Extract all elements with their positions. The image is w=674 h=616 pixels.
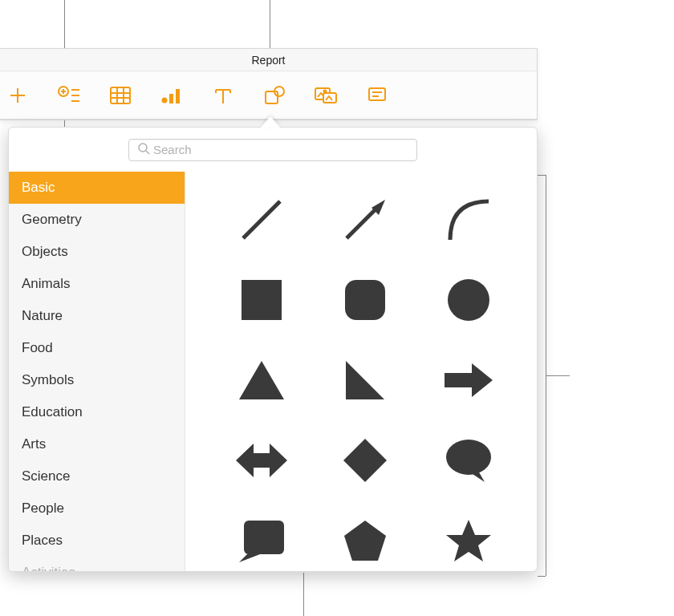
media-button[interactable]	[311, 81, 340, 110]
callout-line	[538, 576, 546, 577]
shape-button[interactable]	[260, 81, 289, 110]
toolbar	[0, 71, 537, 120]
shape-callout-square[interactable]	[209, 500, 313, 571]
sidebar-item-geometry[interactable]: Geometry	[9, 204, 185, 236]
svg-line-30	[243, 201, 280, 238]
search-input[interactable]	[128, 139, 417, 161]
shape-arrow-line[interactable]	[313, 180, 416, 260]
comment-icon	[367, 86, 388, 105]
search-wrap	[9, 128, 537, 172]
add-section-button[interactable]	[55, 81, 83, 110]
svg-marker-46	[446, 520, 491, 561]
shape-line[interactable]	[209, 180, 313, 260]
sidebar-item-places[interactable]: Places	[9, 525, 185, 557]
svg-marker-45	[344, 521, 386, 561]
sidebar-item-food[interactable]: Food	[9, 332, 185, 364]
callout-line	[538, 175, 546, 176]
svg-rect-14	[169, 94, 173, 103]
shape-circle[interactable]	[417, 260, 521, 340]
svg-rect-25	[369, 88, 385, 100]
shape-triangle[interactable]	[209, 340, 313, 420]
shape-icon	[263, 85, 286, 106]
insert-button[interactable]	[3, 81, 32, 110]
svg-rect-20	[266, 91, 278, 103]
sidebar-item-arts[interactable]: Arts	[9, 428, 185, 460]
document-window: Report	[0, 48, 538, 120]
text-icon	[213, 86, 233, 105]
svg-rect-34	[345, 280, 385, 320]
category-sidebar: Basic Geometry Objects Animals Nature Fo…	[9, 172, 185, 571]
sidebar-item-basic[interactable]: Basic	[9, 172, 185, 204]
shape-diamond[interactable]	[313, 420, 416, 500]
svg-point-41	[446, 440, 491, 475]
svg-rect-43	[244, 521, 284, 554]
sidebar-item-nature[interactable]: Nature	[9, 300, 185, 332]
chart-icon	[160, 86, 183, 105]
svg-marker-39	[236, 444, 287, 477]
table-button[interactable]	[106, 81, 135, 110]
sidebar-item-symbols[interactable]: Symbols	[9, 364, 185, 396]
popover-arrow	[261, 116, 280, 128]
shape-right-triangle[interactable]	[313, 340, 416, 420]
callout-line	[546, 375, 570, 376]
sidebar-item-animals[interactable]: Animals	[9, 268, 185, 300]
svg-marker-37	[346, 361, 384, 399]
sidebar-item-people[interactable]: People	[9, 492, 185, 525]
svg-point-35	[448, 279, 489, 321]
comment-button[interactable]	[363, 81, 392, 110]
svg-rect-8	[111, 87, 130, 103]
chart-button[interactable]	[157, 81, 186, 110]
text-button[interactable]	[209, 81, 238, 110]
svg-marker-42	[470, 471, 485, 482]
shape-curve[interactable]	[417, 180, 521, 260]
callout-line	[303, 573, 304, 616]
shape-star[interactable]	[417, 500, 521, 571]
sidebar-item-education[interactable]: Education	[9, 396, 185, 428]
shape-left-right-arrow[interactable]	[209, 420, 313, 500]
shape-right-arrow[interactable]	[417, 340, 521, 420]
svg-rect-33	[242, 280, 282, 320]
shapes-popover: Basic Geometry Objects Animals Nature Fo…	[8, 127, 538, 572]
svg-marker-36	[239, 361, 284, 399]
table-icon	[109, 86, 132, 105]
media-icon	[314, 86, 338, 105]
sidebar-item-science[interactable]: Science	[9, 460, 185, 492]
shape-rounded-square[interactable]	[313, 260, 416, 340]
sidebar-item-activities[interactable]: Activities	[9, 557, 185, 571]
shape-square[interactable]	[209, 260, 313, 340]
svg-marker-38	[445, 363, 493, 397]
shapes-grid	[185, 172, 537, 571]
svg-point-13	[163, 98, 167, 102]
plus-icon	[7, 85, 28, 106]
shape-pentagon[interactable]	[313, 500, 416, 571]
sidebar-item-objects[interactable]: Objects	[9, 236, 185, 268]
svg-rect-15	[176, 89, 180, 103]
shape-speech-bubble[interactable]	[417, 420, 521, 500]
svg-line-31	[347, 208, 377, 238]
plus-list-icon	[57, 85, 81, 106]
svg-marker-40	[343, 439, 387, 482]
window-title: Report	[0, 49, 537, 71]
